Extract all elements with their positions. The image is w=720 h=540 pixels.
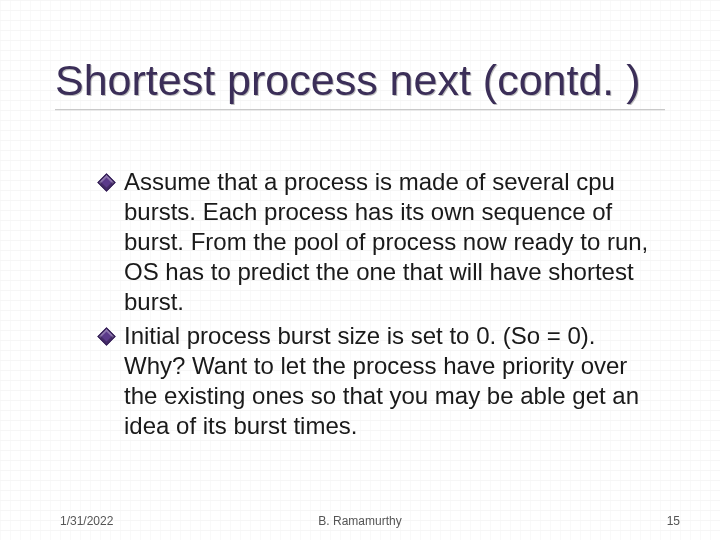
diamond-bullet-icon [97, 173, 115, 191]
bullet-item: Assume that a process is made of several… [100, 167, 655, 317]
bullet-item: Initial process burst size is set to 0. … [100, 321, 655, 441]
bullet-text: Assume that a process is made of several… [124, 168, 648, 315]
slide: Shortest process next (contd. ) Assume t… [0, 0, 720, 540]
slide-title: Shortest process next (contd. ) [55, 58, 665, 103]
footer: 1/31/2022 B. Ramamurthy 15 [0, 514, 720, 528]
diamond-bullet-icon [97, 327, 115, 345]
title-underline [55, 109, 665, 110]
body-area: Assume that a process is made of several… [100, 167, 655, 445]
footer-author: B. Ramamurthy [0, 514, 720, 528]
title-area: Shortest process next (contd. ) [55, 58, 665, 110]
bullet-text: Initial process burst size is set to 0. … [124, 322, 639, 439]
